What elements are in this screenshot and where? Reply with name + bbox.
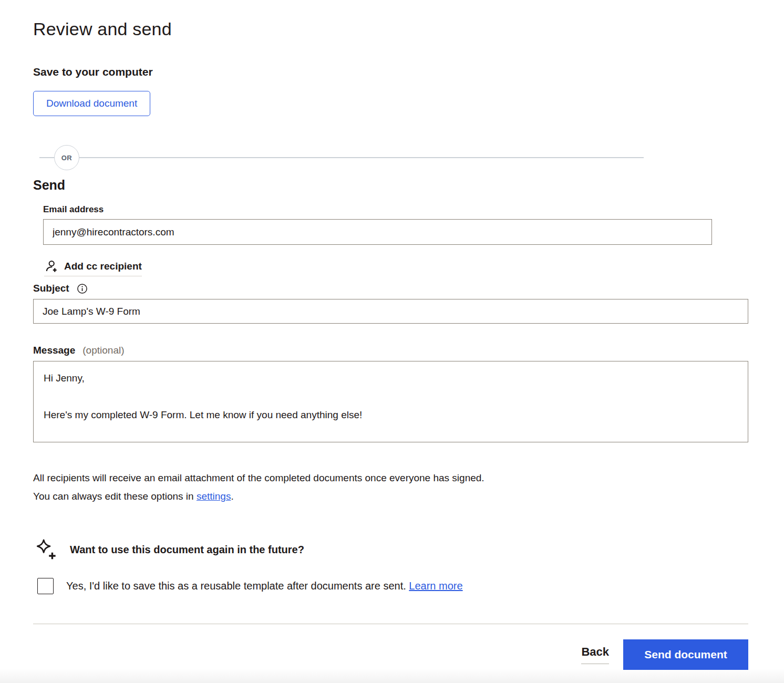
checkbox-label-text: Yes, I'd like to save this as a reusable… [66, 580, 409, 592]
send-section-heading: Send [33, 178, 748, 193]
footer-divider [33, 624, 748, 624]
email-address-label: Email address [43, 204, 748, 215]
message-label: Message [33, 345, 75, 356]
recipients-notice: All recipients will receive an email att… [33, 469, 501, 505]
review-and-send-page: Review and send Save to your computer Do… [0, 0, 784, 670]
email-address-input[interactable] [43, 219, 712, 245]
template-question: Want to use this document again in the f… [70, 544, 304, 556]
email-field-group: Email address [43, 204, 748, 245]
notice-text-after: . [231, 491, 233, 502]
template-checkbox-row: Yes, I'd like to save this as a reusable… [37, 578, 748, 594]
subject-input[interactable] [33, 299, 748, 324]
or-divider: OR [33, 145, 644, 170]
subject-label-row: Subject [33, 283, 748, 294]
or-badge: OR [54, 145, 79, 170]
add-cc-recipient-label: Add cc recipient [64, 261, 142, 272]
subject-label: Subject [33, 283, 69, 294]
person-plus-icon [44, 260, 58, 273]
bottom-page-fade [0, 668, 784, 683]
settings-link[interactable]: settings [197, 491, 231, 502]
save-section-heading: Save to your computer [33, 66, 748, 78]
or-divider-line [39, 157, 644, 158]
footer-actions: Back Send document [33, 639, 748, 670]
download-document-button[interactable]: Download document [33, 91, 150, 116]
message-optional-hint: (optional) [82, 345, 124, 356]
sparkle-plus-icon [33, 538, 58, 561]
page-title: Review and send [33, 19, 748, 39]
message-label-row: Message (optional) [33, 345, 748, 356]
message-textarea[interactable]: Hi Jenny, Here's my completed W-9 Form. … [33, 361, 748, 442]
add-cc-recipient-button[interactable]: Add cc recipient [44, 260, 142, 276]
save-template-checkbox[interactable] [37, 578, 54, 594]
template-question-row: Want to use this document again in the f… [33, 538, 748, 561]
save-template-checkbox-label: Yes, I'd like to save this as a reusable… [66, 580, 463, 592]
notice-text-before: All recipients will receive an email att… [33, 472, 484, 502]
learn-more-link[interactable]: Learn more [409, 580, 462, 592]
send-document-button[interactable]: Send document [623, 639, 748, 670]
info-icon[interactable] [77, 283, 88, 294]
back-link[interactable]: Back [581, 645, 609, 664]
